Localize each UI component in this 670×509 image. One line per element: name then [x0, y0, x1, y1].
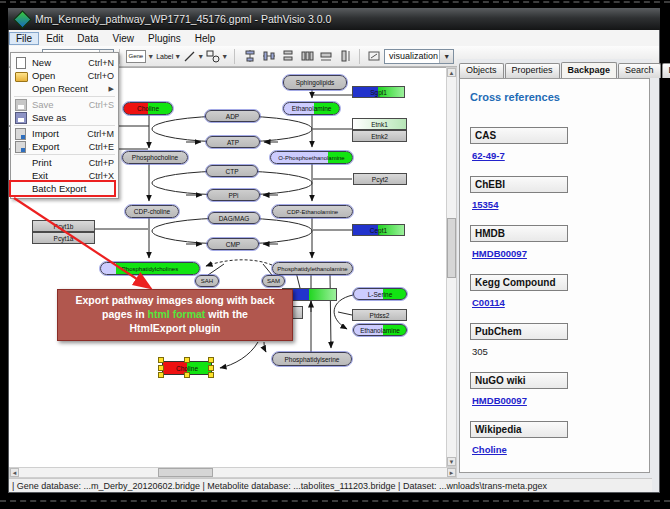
node-cdp-ethanolamine[interactable]: CDP-Ethanolamine	[272, 205, 353, 218]
node-phosphocholine[interactable]: Phosphocholine	[122, 151, 188, 164]
menu-item-save[interactable]: SaveCtrl+S	[11, 98, 118, 111]
status-bar: | Gene database: ...m_Derby_20120602.bri…	[9, 478, 652, 492]
selection-handle[interactable]	[184, 357, 190, 363]
add-gene-node-button[interactable]: Gene ▼	[126, 48, 155, 65]
node-cmp[interactable]: CMP	[207, 238, 259, 250]
scroll-down-icon[interactable]: ▼	[447, 457, 456, 466]
align-center-x-button[interactable]	[241, 48, 258, 65]
node-phosphatidylserine[interactable]: Phosphatidylserine	[272, 352, 352, 366]
node-dag-mag[interactable]: DAG/MAG	[208, 212, 260, 224]
node-sphingolipids[interactable]: Sphingolipids	[283, 75, 347, 90]
xref-link-nugo[interactable]: HMDB00097	[472, 395, 639, 406]
node-phosphatidylethanolamine[interactable]: Phosphatidylethanolamine	[272, 262, 353, 275]
node-sam[interactable]: SAM	[262, 275, 285, 287]
node-choline-top[interactable]: Choline	[123, 102, 173, 115]
xref-link-wikipedia[interactable]: Choline	[472, 444, 639, 455]
menu-item-print[interactable]: PrintCtrl+P	[11, 156, 118, 169]
tab-backpage[interactable]: Backpage	[561, 62, 618, 78]
visualization-icon[interactable]	[366, 48, 383, 65]
menu-item-save-as[interactable]: Save as	[11, 111, 118, 124]
chevron-down-icon[interactable]: ▼	[197, 53, 204, 60]
node-ppi[interactable]: PPi	[207, 189, 260, 201]
node-etnk2[interactable]: Etnk2	[352, 130, 407, 142]
node-pcyt1a[interactable]: Pcyt1a	[32, 232, 95, 244]
menu-separator	[14, 154, 115, 155]
xref-header-nugo: NuGO wiki	[470, 372, 568, 389]
xref-link-kegg[interactable]: C00114	[472, 297, 639, 308]
menu-data[interactable]: Data	[70, 32, 105, 45]
line-tool-button[interactable]: ▼	[183, 48, 204, 65]
stack-horizontal-button[interactable]	[298, 48, 315, 65]
node-sah[interactable]: SAH	[195, 275, 219, 287]
import-icon	[15, 128, 27, 139]
node-pcyt1b[interactable]: Pcyt1b	[32, 220, 95, 232]
canvas-vertical-scrollbar[interactable]: ▲ ▼	[446, 67, 457, 467]
common-height-button[interactable]	[336, 48, 353, 65]
chevron-down-icon[interactable]: ▼	[174, 53, 181, 60]
chevron-down-icon[interactable]: ▼	[439, 50, 453, 63]
stack-vertical-button[interactable]	[279, 48, 296, 65]
canvas-horizontal-scrollbar[interactable]: ◄ ►	[9, 467, 457, 478]
node-sgpl1[interactable]: Sgpl1	[352, 86, 405, 98]
scroll-right-icon[interactable]: ►	[447, 468, 456, 477]
node-pcyt2[interactable]: Pcyt2	[353, 173, 407, 185]
tab-legend[interactable]: Legend	[662, 63, 670, 78]
xref-link-hmdb[interactable]: HMDB00097	[472, 248, 639, 259]
selection-handle[interactable]	[158, 357, 164, 363]
menu-item-export[interactable]: ExportCtrl+E	[11, 140, 118, 153]
add-label-button[interactable]: Label ▼	[156, 48, 181, 65]
status-text: | Gene database: ...m_Derby_20120602.bri…	[12, 481, 547, 491]
scrollbar-thumb[interactable]	[447, 218, 456, 278]
scroll-left-icon[interactable]: ◄	[10, 468, 19, 477]
selection-handle[interactable]	[184, 372, 190, 378]
chevron-down-icon[interactable]: ▼	[221, 53, 228, 60]
selection-handle[interactable]	[158, 365, 164, 371]
menu-file[interactable]: File	[9, 32, 39, 45]
menu-item-import[interactable]: ImportCtrl+M	[11, 127, 118, 140]
node-ctp[interactable]: CTP	[206, 165, 258, 177]
menu-view[interactable]: View	[105, 32, 141, 45]
save-as-icon	[15, 112, 27, 123]
selection-handle[interactable]	[208, 365, 214, 371]
selection-handle[interactable]	[208, 357, 214, 363]
menu-edit[interactable]: Edit	[39, 32, 70, 45]
xref-link-cas[interactable]: 62-49-7	[472, 150, 639, 161]
align-center-x-icon	[243, 49, 257, 63]
chevron-down-icon[interactable]: ▼	[147, 53, 154, 60]
tab-search[interactable]: Search	[618, 63, 661, 78]
menu-plugins[interactable]: Plugins	[141, 32, 188, 45]
node-l-serine[interactable]: L-Serine	[353, 288, 407, 300]
tab-properties[interactable]: Properties	[505, 63, 560, 78]
node-ptdss2[interactable]: Ptdss2	[352, 309, 407, 321]
shape-tool-button[interactable]: ▼	[206, 48, 228, 65]
xref-link-chebi[interactable]: 15354	[472, 199, 639, 210]
node-cept1[interactable]: Cept1	[352, 224, 405, 236]
node-ethanolamine-bottom[interactable]: Ethanolamine	[353, 324, 407, 336]
batch-export-highlight-rect	[9, 180, 116, 197]
xref-header-pubchem: PubChem	[470, 323, 568, 340]
node-atp[interactable]: ATP	[206, 136, 260, 148]
menu-help[interactable]: Help	[188, 32, 223, 45]
scroll-up-icon[interactable]: ▲	[447, 68, 456, 77]
align-center-y-button[interactable]	[260, 48, 277, 65]
xref-value-pubchem: 305	[472, 346, 639, 357]
scrollbar-thumb[interactable]	[158, 468, 213, 477]
selection-handle[interactable]	[208, 372, 214, 378]
menu-item-open-recent[interactable]: Open Recent▶	[11, 82, 118, 95]
common-width-button[interactable]	[317, 48, 334, 65]
node-etnk1[interactable]: Etnk1	[352, 118, 407, 130]
export-icon	[15, 141, 27, 152]
tab-objects[interactable]: Objects	[459, 63, 504, 78]
toolbar-separator	[234, 49, 235, 64]
artifact-line	[0, 1, 670, 3]
node-o-phosphoethanolamine[interactable]: O-Phosphoethanolamine	[270, 151, 353, 164]
selection-handle[interactable]	[158, 372, 164, 378]
node-ethanolamine-top[interactable]: Ethanolamine	[283, 102, 340, 115]
visualization-combobox[interactable]: visualization ▼	[384, 49, 454, 64]
node-phosphatidylcholines[interactable]: Phosphatidylcholines	[100, 262, 200, 275]
menu-item-open[interactable]: OpenCtrl+O	[11, 69, 118, 82]
menu-item-new[interactable]: NewCtrl+N	[11, 56, 118, 69]
node-cdp-choline[interactable]: CDP-choline	[125, 205, 179, 218]
node-adp[interactable]: ADP	[205, 110, 260, 122]
title-bar[interactable]: Mm_Kennedy_pathway_WP1771_45176.gpml - P…	[8, 8, 660, 30]
